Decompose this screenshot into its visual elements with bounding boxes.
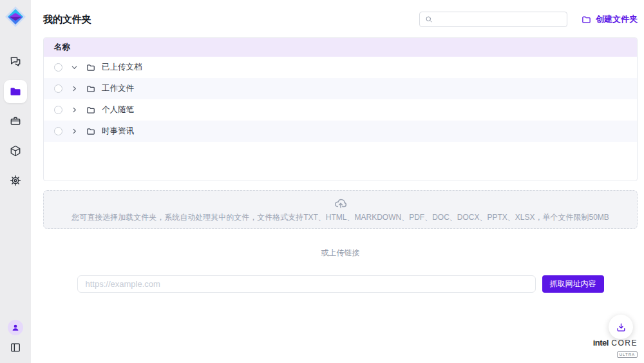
- download-icon: [616, 322, 627, 333]
- row-checkbox[interactable]: [54, 63, 62, 72]
- url-input[interactable]: [77, 275, 536, 293]
- sidebar: [0, 0, 31, 363]
- column-name: 名称: [54, 42, 70, 53]
- upload-description: 您可直接选择加载文件夹，系统自动处理其中的文件，文件格式支持TXT、HTML、M…: [71, 212, 609, 223]
- table-row[interactable]: 时事资讯: [44, 121, 637, 142]
- panel-toggle-icon: [9, 341, 22, 354]
- cloud-upload-icon: [334, 196, 348, 210]
- folder-icon: [86, 127, 95, 136]
- row-checkbox[interactable]: [54, 84, 62, 93]
- search-input[interactable]: [437, 14, 562, 25]
- intel-brand-text: intel: [593, 338, 609, 348]
- user-icon: [11, 323, 20, 332]
- ultra-badge: ultra: [617, 351, 638, 358]
- download-fab-button[interactable]: [609, 315, 633, 339]
- chevron-right-icon[interactable]: [71, 128, 78, 135]
- table-row[interactable]: 已上传文档: [44, 57, 637, 78]
- sidebar-item-apps[interactable]: [4, 139, 27, 162]
- cube-icon: [9, 144, 22, 157]
- folder-plus-icon: [582, 15, 591, 25]
- topbar: 我的文件夹 创建文件夹: [43, 12, 638, 27]
- folder-name: 已上传文档: [102, 62, 142, 73]
- sidebar-nav: [4, 50, 27, 192]
- folder-icon: [86, 106, 95, 115]
- folder-name: 个人随笔: [102, 104, 134, 115]
- sidebar-item-workspace[interactable]: [4, 110, 27, 133]
- create-folder-label: 创建文件夹: [596, 14, 638, 25]
- row-checkbox[interactable]: [54, 127, 62, 135]
- search-box[interactable]: [419, 12, 567, 27]
- folder-icon: [86, 63, 95, 72]
- sidebar-item-settings[interactable]: [4, 169, 27, 192]
- chevron-right-icon[interactable]: [71, 106, 78, 113]
- chevron-right-icon[interactable]: [71, 85, 78, 92]
- table-row[interactable]: 工作文件: [44, 78, 637, 99]
- folder-name: 工作文件: [102, 83, 134, 94]
- panel-toggle-button[interactable]: [9, 341, 22, 354]
- or-upload-link-label: 或上传链接: [43, 248, 638, 259]
- search-icon: [425, 15, 433, 23]
- upload-dropzone[interactable]: 您可直接选择加载文件夹，系统自动处理其中的文件，文件格式支持TXT、HTML、M…: [43, 190, 638, 229]
- intel-core-logo: intel core ultra: [593, 337, 638, 358]
- core-brand-text: core: [611, 338, 638, 348]
- user-avatar[interactable]: [8, 320, 23, 335]
- url-upload-row: 抓取网址内容: [43, 275, 638, 293]
- sidebar-item-chat[interactable]: [4, 50, 27, 74]
- fetch-url-button[interactable]: 抓取网址内容: [542, 275, 604, 293]
- gear-icon: [9, 174, 22, 187]
- create-folder-button[interactable]: 创建文件夹: [582, 14, 638, 25]
- folder-table: 名称 已上传文档 工作文件: [43, 37, 638, 181]
- app-logo gem-logo-icon: [4, 5, 27, 28]
- chevron-down-icon[interactable]: [71, 64, 78, 71]
- folder-icon: [86, 84, 95, 93]
- sidebar-bottom: [8, 320, 23, 354]
- folder-name: 时事资讯: [102, 126, 134, 137]
- table-row[interactable]: 个人随笔: [44, 99, 637, 121]
- page-title: 我的文件夹: [43, 14, 91, 26]
- table-header: 名称: [44, 38, 637, 57]
- folder-icon: [9, 85, 22, 98]
- sidebar-item-folders[interactable]: [4, 80, 27, 103]
- briefcase-icon: [9, 115, 22, 128]
- row-checkbox[interactable]: [54, 106, 62, 114]
- chat-icon: [9, 55, 22, 68]
- main-content: 我的文件夹 创建文件夹 名称: [31, 0, 644, 363]
